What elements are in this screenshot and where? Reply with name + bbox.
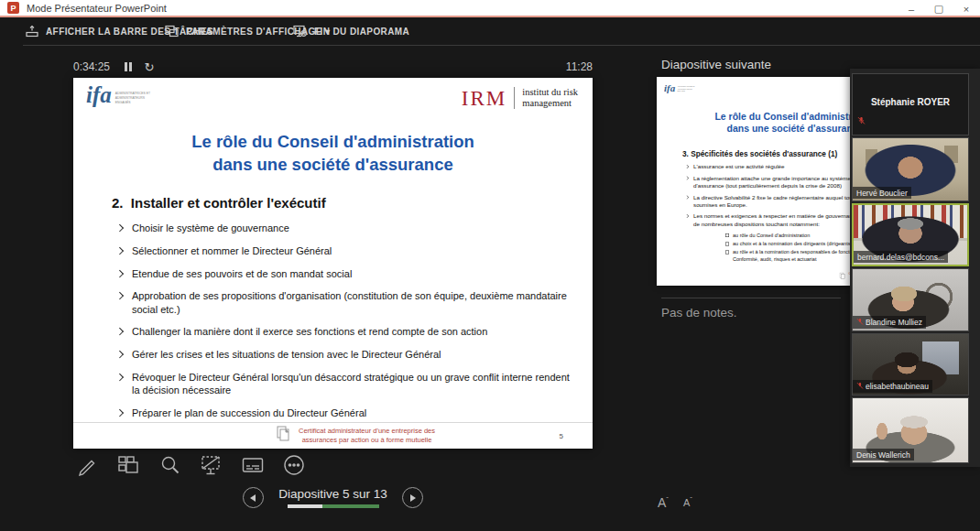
next-slide-button[interactable] bbox=[402, 487, 423, 508]
powerpoint-icon: P bbox=[7, 2, 19, 14]
slide-title: Le rôle du Conseil d'administration dans… bbox=[73, 131, 593, 177]
video-conference-panel[interactable]: Stéphanie ROYER Hervé Bouclier bernard.d… bbox=[850, 69, 980, 467]
participant-tile[interactable]: Blandine Mulliez bbox=[852, 268, 969, 331]
next-slide-label: Diapositive suivante bbox=[661, 58, 771, 71]
black-screen-button[interactable] bbox=[199, 452, 224, 478]
current-time: 11:28 bbox=[566, 60, 593, 73]
participant-tile[interactable]: Denis Wallerich bbox=[852, 397, 969, 463]
slide-heading: 2. Installer et contrôler l'exécutif bbox=[112, 195, 326, 211]
participant-name: bernard.delas@bdcons... bbox=[857, 253, 944, 262]
participant-name: Stéphanie ROYER bbox=[853, 97, 968, 107]
slide-bullet: Approbation de ses propositions d'organi… bbox=[116, 289, 579, 316]
annotation-toolbar bbox=[75, 452, 307, 478]
participant-name: Hervé Bouclier bbox=[856, 189, 908, 198]
document-icon bbox=[277, 426, 291, 446]
participant-tile[interactable]: Hervé Bouclier bbox=[852, 137, 969, 201]
muted-mic-icon bbox=[856, 318, 864, 328]
window-title: Mode Présentateur PowerPoint bbox=[27, 3, 167, 14]
slide-bullet: Préparer le plan de succession du Direct… bbox=[116, 406, 579, 419]
participant-name: Blandine Mulliez bbox=[866, 318, 922, 327]
decrease-font-button[interactable]: Aˆ bbox=[683, 495, 692, 510]
restart-timer-button[interactable]: ↻ bbox=[145, 60, 155, 74]
participant-name: elisabethaubineau bbox=[866, 382, 929, 391]
muted-mic-icon bbox=[857, 113, 866, 129]
muted-mic-icon bbox=[856, 382, 864, 392]
minimize-button[interactable]: – bbox=[898, 0, 925, 17]
slide-bullet-list: Choisir le système de gouvernance Sélect… bbox=[116, 222, 579, 429]
see-all-slides-button[interactable] bbox=[116, 452, 142, 478]
slide-bullet: Etendue de ses pouvoirs et de son mandat… bbox=[116, 267, 579, 280]
end-slideshow-button[interactable]: FIN DU DIAPORAMA bbox=[293, 19, 409, 44]
toolbar-divider bbox=[23, 45, 980, 46]
slide-bullet: Sélectionner et nommer le Directeur Géné… bbox=[116, 244, 579, 257]
next-slide-heading: 3. Spécificités des sociétés d'assurance… bbox=[682, 149, 837, 158]
slide-bullet: Challenger la manière dont il exerce ses… bbox=[116, 325, 579, 338]
previous-slide-button[interactable] bbox=[243, 487, 264, 508]
previous-arrow-icon bbox=[250, 494, 256, 502]
notes-divider bbox=[661, 298, 841, 298]
pause-timer-button[interactable] bbox=[125, 62, 132, 71]
maximize-button[interactable]: ▢ bbox=[925, 0, 953, 17]
taskbar-icon bbox=[26, 25, 38, 39]
presenter-view-window: P Mode Présentateur PowerPoint – ▢ × AFF… bbox=[0, 0, 980, 531]
increase-font-button[interactable]: Aˆ bbox=[658, 495, 669, 510]
display-settings-icon bbox=[165, 25, 179, 39]
slide-bullet: Gérer les crises et les situations de te… bbox=[116, 348, 579, 361]
slide-bullet: Choisir le système de gouvernance bbox=[116, 222, 579, 234]
timer-row: 0:34:25 ↻ 11:28 bbox=[73, 59, 593, 75]
elapsed-time: 0:34:25 bbox=[73, 60, 110, 73]
slide-navigation: Diapositive 5 sur 13 bbox=[73, 487, 593, 508]
subtitles-button[interactable] bbox=[240, 452, 266, 478]
slide-bullet: Révoquer le Directeur Général lorsqu'un … bbox=[116, 371, 579, 397]
slide-progress-bar bbox=[288, 504, 379, 508]
slide-footer: Certificat administrateur d'une entrepri… bbox=[73, 422, 593, 449]
participant-tile[interactable]: elisabethaubineau bbox=[852, 333, 969, 396]
slide-page-number: 5 bbox=[560, 432, 563, 440]
next-arrow-icon bbox=[410, 494, 416, 502]
document-icon bbox=[840, 272, 846, 279]
notes-text: Pas de notes. bbox=[661, 306, 737, 320]
irm-logo: IRM institut du riskmanagement bbox=[462, 87, 578, 109]
more-options-button[interactable] bbox=[281, 452, 307, 478]
pen-tool-button[interactable] bbox=[75, 452, 101, 478]
presenter-toolbar: AFFICHER LA BARRE DES TÂCHES PARAMÈTRES … bbox=[0, 19, 980, 44]
zoom-tool-button[interactable] bbox=[158, 452, 183, 478]
close-button[interactable]: × bbox=[953, 0, 980, 17]
end-slideshow-icon bbox=[293, 25, 307, 39]
participant-name: Denis Wallerich bbox=[856, 450, 910, 460]
participant-tile-active-speaker[interactable]: bernard.delas@bdcons... bbox=[852, 203, 969, 266]
ifa-logo-small: ifa ADMINISTRATRICES ET ADMINISTRATEURS … bbox=[664, 82, 697, 93]
participant-tile[interactable]: Stéphanie ROYER bbox=[852, 73, 969, 135]
ifa-logo: ifa ADMINISTRATRICES ET ADMINISTRATEURS … bbox=[86, 85, 156, 105]
title-bar: P Mode Présentateur PowerPoint – ▢ × bbox=[0, 0, 980, 17]
slide-footer-text: Certificat administrateur d'une entrepri… bbox=[299, 427, 435, 446]
slide-counter: Diapositive 5 sur 13 bbox=[278, 487, 387, 501]
notes-font-controls: Aˆ Aˆ bbox=[658, 495, 692, 510]
current-slide[interactable]: ifa ADMINISTRATRICES ET ADMINISTRATEURS … bbox=[73, 78, 593, 449]
